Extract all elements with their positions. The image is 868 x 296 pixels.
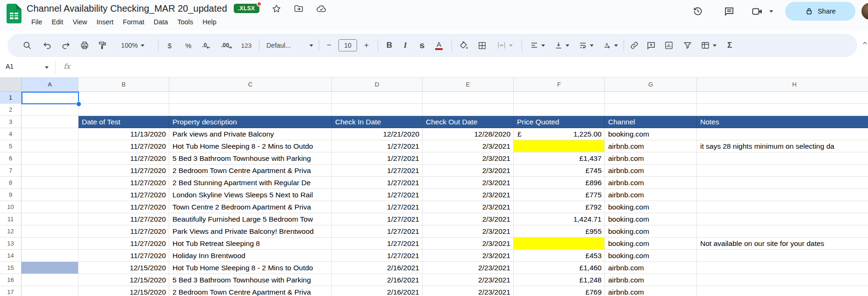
cell-C7[interactable]: 2 Bedroom Town Centre Apartment & Priva [169, 165, 332, 177]
cell-C8[interactable]: 2 Bed Stunning Apartment with Regular De [169, 177, 332, 189]
plain-number-format-button[interactable]: 123 [238, 38, 254, 52]
name-box[interactable]: A1 [6, 63, 14, 70]
menu-format[interactable]: Format [118, 17, 149, 27]
cell-E2[interactable] [423, 104, 514, 116]
cell-C4[interactable]: Park views and Private Balcony [169, 128, 332, 140]
cell-F9[interactable]: £775 [514, 189, 605, 201]
merge-cells-icon[interactable] [493, 38, 517, 52]
print-icon[interactable] [78, 38, 92, 52]
cell-D12[interactable]: 1/27/2021 [332, 225, 423, 238]
cell-B6[interactable]: 11/27/2020 [79, 152, 169, 165]
zoom-select[interactable]: 100% [113, 38, 152, 52]
bold-button[interactable]: B [382, 38, 396, 52]
increase-font-size-button[interactable]: + [360, 38, 373, 52]
cell-C10[interactable]: Town Centre 2 Bedroom Apartment & Priva [169, 201, 332, 213]
cell-C3[interactable]: Property description [169, 116, 332, 128]
cell-C2[interactable] [169, 104, 332, 116]
table-views-icon[interactable] [696, 38, 721, 52]
cell-A3[interactable] [22, 116, 79, 128]
document-title[interactable]: Channel Availability Checking_MAR 20_upd… [27, 3, 227, 14]
meet-video-icon[interactable] [748, 2, 767, 21]
cell-D4[interactable]: 12/21/2020 [332, 128, 423, 140]
row-header-2[interactable]: 2 [0, 104, 22, 116]
cell-F12[interactable]: £955 [514, 225, 605, 238]
cell-F4[interactable]: £1,225.00 [514, 128, 605, 140]
cell-H10[interactable] [697, 201, 868, 213]
cell-B10[interactable]: 11/27/2020 [79, 201, 169, 213]
collapse-toolbar-icon[interactable] [862, 40, 868, 48]
avatar[interactable] [861, 3, 868, 20]
cell-A6[interactable] [22, 152, 79, 165]
cell-B16[interactable]: 12/15/2020 [79, 274, 169, 286]
italic-button[interactable]: I [398, 38, 412, 52]
cell-G6[interactable]: airbnb.com [605, 152, 697, 165]
cell-H15[interactable] [697, 262, 868, 274]
insert-chart-icon[interactable] [662, 38, 676, 52]
cell-G10[interactable]: booking.com [605, 201, 697, 213]
cell-G1[interactable] [605, 92, 697, 104]
cloud-status-icon[interactable] [316, 3, 327, 14]
insert-comment-icon[interactable] [644, 38, 658, 52]
cell-H6[interactable] [697, 152, 868, 165]
select-all-corner[interactable] [0, 78, 22, 92]
cell-H16[interactable] [697, 274, 868, 286]
cell-H7[interactable] [697, 165, 868, 177]
cell-B17[interactable]: 12/15/2020 [79, 286, 169, 296]
cell-A16[interactable] [22, 274, 79, 286]
cell-G4[interactable]: booking.com [605, 128, 697, 140]
cell-E8[interactable]: 2/3/2021 [423, 177, 514, 189]
functions-button[interactable]: Σ [723, 38, 737, 52]
cell-B12[interactable]: 11/27/2020 [79, 225, 169, 238]
cell-E14[interactable]: 2/3/2021 [423, 250, 514, 262]
text-rotation-icon[interactable]: A [599, 38, 622, 52]
cell-C17[interactable]: 2 Bedroom Town Centre Apartment & Priva [169, 286, 332, 296]
cell-G2[interactable] [605, 104, 697, 116]
cell-F7[interactable]: £745 [514, 165, 605, 177]
cell-C5[interactable]: Hot Tub Home Sleeping 8 - 2 Mins to Outd… [169, 140, 332, 152]
cell-E15[interactable]: 2/23/2021 [423, 262, 514, 274]
cell-H13[interactable]: Not available on our site for your dates [697, 238, 868, 250]
cell-C6[interactable]: 5 Bed 3 Bathroom Townhouse with Parking [169, 152, 332, 165]
cell-H5[interactable]: it says 28 nights minimum on selecting d… [697, 140, 868, 152]
cell-C1[interactable] [169, 92, 332, 104]
cell-E7[interactable]: 2/3/2021 [423, 165, 514, 177]
menu-help[interactable]: Help [198, 17, 221, 27]
fill-color-icon[interactable] [457, 38, 471, 52]
cell-G14[interactable]: booking.com [605, 250, 697, 262]
cell-H11[interactable] [697, 213, 868, 225]
row-header-11[interactable]: 11 [0, 213, 22, 225]
cell-D10[interactable]: 1/27/2021 [332, 201, 423, 213]
cell-E12[interactable]: 2/3/2021 [423, 225, 514, 238]
cell-E1[interactable] [423, 92, 514, 104]
cell-A9[interactable] [22, 189, 79, 201]
cell-C11[interactable]: Beautifully Furnished Large 5 Bedroom To… [169, 213, 332, 225]
cell-G16[interactable]: airbnb.com [605, 274, 697, 286]
cell-E10[interactable]: 2/3/2021 [423, 201, 514, 213]
cell-H9[interactable] [697, 189, 868, 201]
cell-A7[interactable] [22, 165, 79, 177]
cell-F2[interactable] [514, 104, 605, 116]
cell-D2[interactable] [332, 104, 423, 116]
cell-A4[interactable] [22, 128, 79, 140]
menu-tools[interactable]: Tools [172, 17, 198, 27]
cell-B15[interactable]: 12/15/2020 [79, 262, 169, 274]
cell-B5[interactable]: 11/27/2020 [79, 140, 169, 152]
cell-F10[interactable]: £792 [514, 201, 605, 213]
cell-F3[interactable]: Price Quoted [514, 116, 605, 128]
cell-A5[interactable] [22, 140, 79, 152]
cell-C15[interactable]: Hot Tub Home Sleeping 8 - 2 Mins to Outd… [169, 262, 332, 274]
cell-D7[interactable]: 1/27/2021 [332, 165, 423, 177]
cell-F17[interactable]: £769 [514, 286, 605, 296]
version-history-icon[interactable] [689, 2, 707, 21]
row-header-9[interactable]: 9 [0, 189, 22, 201]
cell-H12[interactable] [697, 225, 868, 238]
cell-F14[interactable]: £453 [514, 250, 605, 262]
cell-B8[interactable]: 11/27/2020 [79, 177, 169, 189]
font-family-select[interactable]: Defaul... [264, 38, 316, 52]
cell-A11[interactable] [22, 213, 79, 225]
decrease-font-size-button[interactable]: − [323, 38, 336, 52]
cell-A8[interactable] [22, 177, 79, 189]
row-header-16[interactable]: 16 [0, 274, 22, 286]
cell-B1[interactable] [79, 92, 169, 104]
cell-C14[interactable]: Holiday Inn Brentwood [169, 250, 332, 262]
